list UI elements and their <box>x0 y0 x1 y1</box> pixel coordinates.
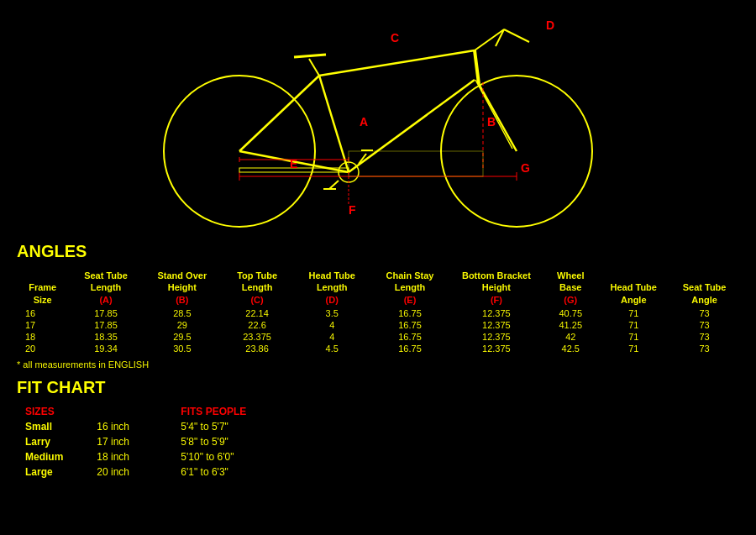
svg-line-6 <box>475 50 479 84</box>
svg-text:D: D <box>546 18 554 32</box>
sizes-header: SIZES <box>17 404 88 419</box>
col-header-seat-tube: Seat Tube Length (A) <box>68 268 143 307</box>
fit-chart-table: SIZES FITS PEOPLE Small 16 inch 5'4" to … <box>17 404 739 480</box>
svg-rect-28 <box>349 151 483 176</box>
list-item: Large 20 inch 6'1" to 6'3" <box>17 464 271 480</box>
col-header-bb-height: Bottom Bracket Height (F) <box>449 268 543 307</box>
svg-line-8 <box>475 80 512 149</box>
fits-header: FITS PEOPLE <box>172 404 271 419</box>
angles-table: Frame Size Seat Tube Length (A) Stand Ov… <box>17 268 739 354</box>
list-item: Larry 17 inch 5'8" to 5'9" <box>17 434 271 449</box>
svg-text:B: B <box>487 115 496 129</box>
svg-line-3 <box>319 76 349 172</box>
bike-diagram: A B C D E F G <box>0 0 756 235</box>
angles-note: * all measurements in ENGLISH <box>17 359 739 370</box>
list-item: Small 16 inch 5'4" to 5'7" <box>17 419 271 434</box>
col-header-st-angle: Seat Tube Angle <box>669 268 739 307</box>
table-row: 18 18.35 29.5 23.375 4 16.75 12.375 42 7… <box>17 331 739 343</box>
angles-section: ANGLES Frame Size Seat Tube Length (A) S… <box>17 242 739 370</box>
bike-svg: A B C D E F G <box>92 4 664 231</box>
fit-chart-title: FIT CHART <box>17 378 739 397</box>
svg-line-7 <box>479 84 517 151</box>
svg-line-11 <box>504 29 529 42</box>
col-header-chain-stay: Chain Stay Length (E) <box>370 268 449 307</box>
content: ANGLES Frame Size Seat Tube Length (A) S… <box>0 235 756 488</box>
col-header-frame-size: Frame Size <box>17 268 68 307</box>
svg-text:E: E <box>290 157 297 170</box>
col-header-top-tube: Top Tube Length (C) <box>221 268 293 307</box>
svg-text:G: G <box>521 161 530 175</box>
col-header-head-tube: Head Tube Length (D) <box>293 268 370 307</box>
svg-line-14 <box>294 55 326 57</box>
col-header-wheel-base: Wheel Base (G) <box>543 268 597 307</box>
fit-chart-section: FIT CHART SIZES FITS PEOPLE Small 16 inc… <box>17 378 739 480</box>
angles-title: ANGLES <box>17 242 739 261</box>
svg-text:F: F <box>349 203 356 217</box>
table-row: 17 17.85 29 22.6 4 16.75 12.375 41.25 71… <box>17 319 739 331</box>
list-item: Medium 18 inch 5'10" to 6'0" <box>17 449 271 464</box>
svg-line-13 <box>309 59 319 76</box>
col-header-ht-angle: Head Tube Angle <box>597 268 669 307</box>
svg-line-4 <box>319 50 475 76</box>
svg-line-16 <box>329 181 339 189</box>
svg-text:A: A <box>360 115 368 129</box>
fit-chart-header-row: SIZES FITS PEOPLE <box>17 404 271 419</box>
svg-text:C: C <box>391 31 399 45</box>
table-row: 20 19.34 30.5 23.86 4.5 16.75 12.375 42.… <box>17 343 739 354</box>
table-row: 16 17.85 28.5 22.14 3.5 16.75 12.375 40.… <box>17 307 739 319</box>
col-header-stand-over: Stand Over Height (B) <box>144 268 221 307</box>
